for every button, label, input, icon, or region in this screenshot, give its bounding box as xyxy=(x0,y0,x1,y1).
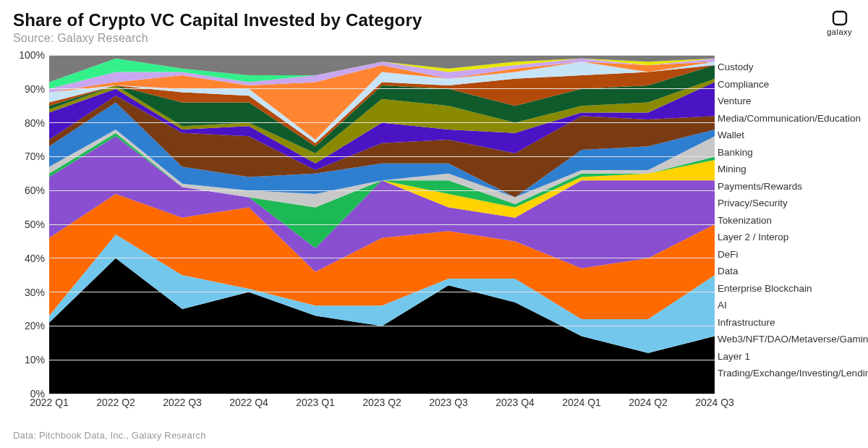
legend-label: Privacy/Security xyxy=(718,198,788,208)
x-axis-ticks: 2022 Q12022 Q22022 Q32022 Q42023 Q12023 … xyxy=(49,394,715,415)
x-tick: 2024 Q2 xyxy=(629,397,668,408)
legend-label: Venture xyxy=(718,96,752,106)
legend-item: Mining xyxy=(703,164,855,174)
footer: Data: Pitchbook Data, Inc., Galaxy Resea… xyxy=(13,430,206,441)
stacked-area-plot xyxy=(49,55,715,394)
legend-label: Compliance xyxy=(718,80,769,90)
y-tick: 90% xyxy=(25,83,45,95)
x-tick: 2022 Q4 xyxy=(229,397,268,408)
y-tick: 50% xyxy=(25,219,45,230)
x-tick: 2024 Q1 xyxy=(562,397,601,408)
legend-item: Enterprise Blockchain xyxy=(703,284,855,294)
x-tick: 2022 Q1 xyxy=(30,397,69,408)
brand-label: galaxy xyxy=(827,28,852,36)
chart: 0%10%20%30%40%50%60%70%80%90%100% 2022 Q… xyxy=(13,55,855,420)
page-title: Share of Crypto VC Capital Invested by C… xyxy=(13,10,855,30)
legend-item: Trading/Exchange/Investing/Lending xyxy=(703,368,855,379)
legend-label: Media/Communication/Education xyxy=(718,114,861,124)
x-tick: 2022 Q3 xyxy=(163,397,202,408)
legend-label: Custody xyxy=(718,62,754,72)
legend-label: DeFi xyxy=(718,250,739,260)
legend-item: DeFi xyxy=(703,250,855,260)
y-tick: 10% xyxy=(25,354,45,365)
x-tick: 2023 Q4 xyxy=(495,397,535,408)
legend-label: Mining xyxy=(718,164,746,174)
legend-item: Payments/Rewards xyxy=(703,182,855,192)
legend-label: Payments/Rewards xyxy=(718,182,802,192)
legend-item: Layer 2 / Interop xyxy=(703,232,855,242)
legend-label: Enterprise Blockchain xyxy=(718,284,812,294)
subtitle: Source: Galaxy Research xyxy=(13,32,855,45)
legend-label: Tokenization xyxy=(718,216,772,226)
legend-item: AI xyxy=(703,300,855,310)
x-tick: 2023 Q1 xyxy=(296,397,335,408)
svg-rect-0 xyxy=(833,12,846,25)
y-tick: 30% xyxy=(25,287,45,298)
x-tick: 2022 Q2 xyxy=(96,397,135,408)
legend-label: Infrastructure xyxy=(718,318,775,328)
legend-item: Custody xyxy=(703,62,855,72)
y-tick: 60% xyxy=(25,185,45,196)
legend-item: Venture xyxy=(703,96,855,106)
y-tick: 80% xyxy=(25,117,45,129)
legend-item: Layer 1 xyxy=(703,352,855,362)
y-tick: 100% xyxy=(19,49,45,61)
legend-item: Infrastructure xyxy=(703,318,855,328)
legend: CustodyComplianceVentureMedia/Communicat… xyxy=(703,55,855,420)
legend-item: Media/Communication/Education xyxy=(703,114,855,124)
legend-item: Tokenization xyxy=(703,216,855,226)
legend-label: Layer 1 xyxy=(718,352,750,362)
legend-item: Banking xyxy=(703,148,855,158)
legend-item: Data xyxy=(703,266,855,276)
brand-logo: galaxy xyxy=(827,10,852,36)
legend-label: Data xyxy=(718,266,739,276)
galaxy-logo-icon xyxy=(832,10,848,26)
y-axis-ticks: 0%10%20%30%40%50%60%70%80%90%100% xyxy=(13,55,46,394)
legend-label: Layer 2 / Interop xyxy=(718,232,788,242)
legend-item: Web3/NFT/DAO/Metaverse/Gaming xyxy=(703,334,855,345)
x-tick: 2023 Q2 xyxy=(362,397,401,408)
y-tick: 20% xyxy=(25,320,45,331)
legend-label: Wallet xyxy=(718,130,744,140)
legend-label: Trading/Exchange/Investing/Lending xyxy=(718,368,868,379)
legend-item: Privacy/Security xyxy=(703,198,855,208)
legend-label: AI xyxy=(718,300,727,310)
y-tick: 40% xyxy=(25,253,45,264)
legend-item: Wallet xyxy=(703,130,855,140)
legend-item: Compliance xyxy=(703,80,855,90)
x-tick: 2023 Q3 xyxy=(429,397,468,408)
legend-label: Web3/NFT/DAO/Metaverse/Gaming xyxy=(718,334,868,345)
x-tick: 2024 Q3 xyxy=(695,397,734,408)
legend-label: Banking xyxy=(718,148,753,158)
y-tick: 70% xyxy=(25,151,45,162)
